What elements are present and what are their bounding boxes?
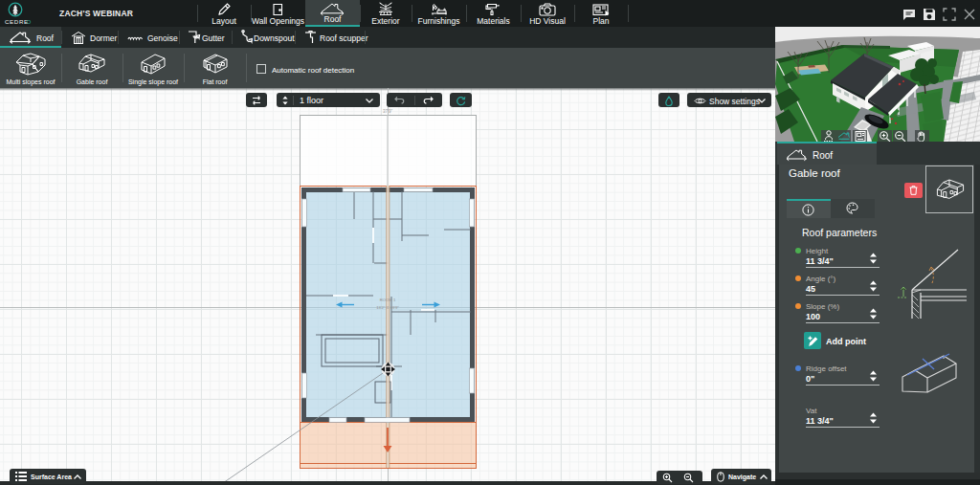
svg-text:ROOM 1: ROOM 1 — [380, 298, 396, 302]
svg-text:O: O — [26, 18, 31, 25]
svg-text:37'9": 37'9" — [383, 109, 392, 114]
svg-text:CEDRE: CEDRE — [5, 18, 29, 25]
svg-text:13'2" X 19'9": 13'2" X 19'9" — [376, 305, 399, 310]
